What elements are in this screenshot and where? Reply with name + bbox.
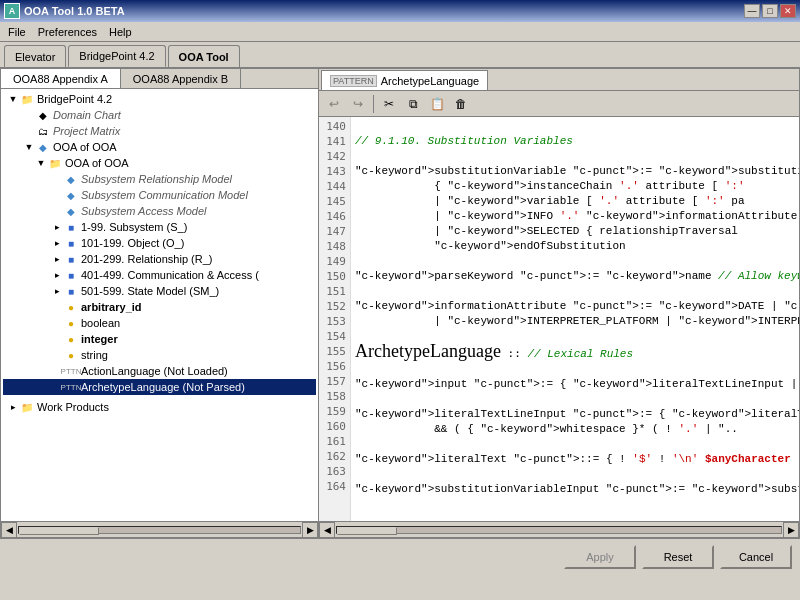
tab-bridgepoint[interactable]: BridgePoint 4.2 [68,45,165,67]
circle-icon: ● [63,348,79,362]
tab-ooa-tool[interactable]: OOA Tool [168,45,240,67]
scroll-right-btn[interactable]: ▶ [302,522,318,538]
tree-toggle[interactable]: ▼ [35,157,47,169]
tree-label: 101-199. Object (O_) [81,237,184,249]
tree-toggle[interactable]: ▸ [51,221,63,233]
tree-label: 1-99. Subsystem (S_) [81,221,187,233]
tree-toggle [51,173,63,185]
tree-item-ooa-folder[interactable]: ▼ 📁 OOA of OOA [3,155,316,171]
scroll-thumb[interactable] [19,527,99,535]
tree-label: 501-599. State Model (SM_) [81,285,219,297]
maximize-button[interactable]: □ [762,4,778,18]
tree-item-subsys-access[interactable]: ◆ Subsystem Access Model [3,203,316,219]
menu-file[interactable]: File [2,24,32,40]
tree-label: ActionLanguage (Not Loaded) [81,365,228,377]
tree-label: 201-299. Relationship (R_) [81,253,212,265]
left-hscroll[interactable]: ◀ ▶ [1,521,318,537]
cut-btn[interactable]: ✂ [378,94,400,114]
tree-toggle [51,317,63,329]
reset-button[interactable]: Reset [642,545,714,569]
tree-item-action-language[interactable]: PTTN ActionLanguage (Not Loaded) [3,363,316,379]
redo-btn[interactable]: ↪ [347,94,369,114]
undo-btn[interactable]: ↩ [323,94,345,114]
subtab-appendix-b[interactable]: OOA88 Appendix B [121,69,241,88]
circle-icon: ● [63,300,79,314]
code-area: 1401411421431441451461471481491501511521… [319,117,799,521]
scroll-track[interactable] [336,526,782,534]
tree-toggle[interactable]: ▼ [7,93,19,105]
tree-item-201-299[interactable]: ▸ ■ 201-299. Relationship (R_) [3,251,316,267]
tree-item-boolean[interactable]: ● boolean [3,315,316,331]
subtab-appendix-a[interactable]: OOA88 Appendix A [1,69,121,88]
tree-label: boolean [81,317,120,329]
tree-item-1-99[interactable]: ▸ ■ 1-99. Subsystem (S_) [3,219,316,235]
tree-item-bridgepoint[interactable]: ▼ 📁 BridgePoint 4.2 [3,91,316,107]
delete-btn[interactable]: 🗑 [450,94,472,114]
pattern-badge: PATTERN [330,75,377,87]
tree-toggle[interactable]: ▼ [23,141,35,153]
tree-item-subsys-comm[interactable]: ◆ Subsystem Communication Model [3,187,316,203]
tree-label: OOA of OOA [53,141,117,153]
copy-btn[interactable]: ⧉ [402,94,424,114]
scroll-left-btn[interactable]: ◀ [319,522,335,538]
folder-icon: 📁 [47,156,63,170]
main-content: OOA88 Appendix A OOA88 Appendix B ▼ 📁 Br… [0,68,800,538]
tree-label: Domain Chart [53,109,121,121]
scroll-left-btn[interactable]: ◀ [1,522,17,538]
menu-preferences[interactable]: Preferences [32,24,103,40]
minimize-button[interactable]: — [744,4,760,18]
tree-toggle[interactable]: ▸ [51,285,63,297]
app-icon: A [4,3,20,19]
tree-toggle[interactable]: ▸ [7,401,19,413]
tree-item-string[interactable]: ● string [3,347,316,363]
tree-item-archetype-language[interactable]: PTTN ArchetypeLanguage (Not Parsed) [3,379,316,395]
tree-toggle [23,109,35,121]
tree-label: string [81,349,108,361]
folder-icon: 📁 [19,92,35,106]
paste-btn[interactable]: 📋 [426,94,448,114]
tree-label: Subsystem Communication Model [81,189,248,201]
tree-toggle[interactable]: ▸ [51,237,63,249]
tree-label: BridgePoint 4.2 [37,93,112,105]
tree-item-work-products[interactable]: ▸ 📁 Work Products [3,399,316,415]
box-icon: ■ [63,236,79,250]
cancel-button[interactable]: Cancel [720,545,792,569]
code-scroll[interactable]: // 9.1.10. Substitution Variables "c-key… [351,117,799,521]
app-title: OOA Tool 1.0 BETA [24,5,125,17]
editor-toolbar: ↩ ↪ ✂ ⧉ 📋 🗑 [319,91,799,117]
menu-help[interactable]: Help [103,24,138,40]
tree-toggle[interactable]: ▸ [51,253,63,265]
table-icon: 🗂 [35,124,51,138]
tree-item-integer[interactable]: ● integer [3,331,316,347]
tree-item-domain-chart[interactable]: ◆ Domain Chart [3,107,316,123]
right-panel: PATTERN ArchetypeLanguage ↩ ↪ ✂ ⧉ 📋 🗑 14… [318,68,800,538]
tree-item-101-199[interactable]: ▸ ■ 101-199. Object (O_) [3,235,316,251]
scroll-right-btn[interactable]: ▶ [783,522,799,538]
tree-item-401-499[interactable]: ▸ ■ 401-499. Communication & Access ( [3,267,316,283]
tree-item-501-599[interactable]: ▸ ■ 501-599. State Model (SM_) [3,283,316,299]
tree-item-subsys-rel[interactable]: ◆ Subsystem Relationship Model [3,171,316,187]
diamond-icon: ◆ [63,204,79,218]
tree-toggle [23,125,35,137]
scroll-track[interactable] [18,526,301,534]
tree-item-arbitrary-id[interactable]: ● arbitrary_id [3,299,316,315]
scroll-thumb[interactable] [337,527,397,535]
tree-item-ooa-top[interactable]: ▼ ◆ OOA of OOA [3,139,316,155]
left-panel: OOA88 Appendix A OOA88 Appendix B ▼ 📁 Br… [0,68,318,538]
editor-tab-archetype[interactable]: PATTERN ArchetypeLanguage [321,70,488,90]
tree-toggle[interactable]: ▸ [51,269,63,281]
diamond-icon: ◆ [35,108,51,122]
apply-button[interactable]: Apply [564,545,636,569]
tree-item-project-matrix[interactable]: 🗂 Project Matrix [3,123,316,139]
tab-elevator[interactable]: Elevator [4,45,66,67]
close-button[interactable]: ✕ [780,4,796,18]
tree-area[interactable]: ▼ 📁 BridgePoint 4.2 ◆ Domain Chart 🗂 Pro… [1,89,318,521]
toolbar-sep1 [373,95,374,113]
pattern-icon: PTTN [63,380,79,394]
tree-label: 401-499. Communication & Access ( [81,269,259,281]
tree-label: Subsystem Access Model [81,205,207,217]
tree-toggle [51,189,63,201]
bottom-hscroll[interactable]: ◀ ▶ [319,521,799,537]
editor-tab-row: PATTERN ArchetypeLanguage [319,69,799,91]
box-icon: ■ [63,284,79,298]
